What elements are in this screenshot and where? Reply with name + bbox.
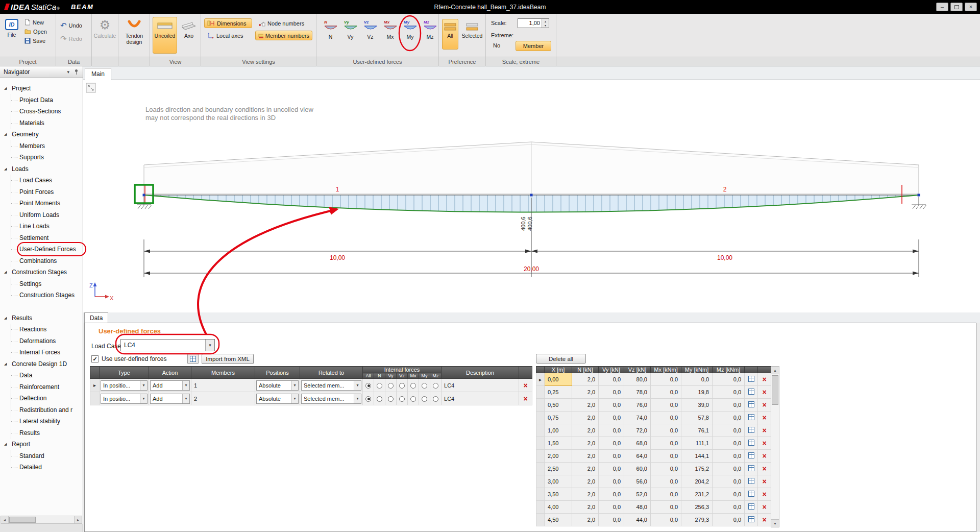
scale-spinner[interactable]: 1,00 ▴ ▾ [518, 18, 549, 28]
nav-item-results[interactable]: Results [19, 427, 83, 439]
delete-row-button[interactable]: × [758, 488, 771, 501]
value-cell[interactable]: 2,00 [545, 450, 572, 463]
nav-item-settlement[interactable]: Settlement [19, 232, 83, 244]
value-cell[interactable]: 0,25 [545, 386, 572, 399]
value-cell[interactable]: 111,1 [681, 437, 713, 450]
grid-tool-button[interactable] [187, 354, 199, 364]
action-dropdown[interactable]: Add▾ [150, 394, 190, 404]
scroll-down-icon[interactable]: ▼ [771, 519, 779, 527]
value-cell[interactable]: 3,00 [545, 475, 572, 488]
maximize-button[interactable] [950, 3, 963, 11]
value-cell[interactable]: 0,0 [713, 463, 745, 475]
value-cell[interactable]: 56,0 [624, 475, 651, 488]
tendon-design-button[interactable]: Tendon design [121, 16, 147, 62]
apply-row-button[interactable] [745, 437, 758, 450]
local-axes-toggle[interactable]: Local axes [204, 31, 252, 40]
preference-selected-button[interactable]: Selected [460, 19, 484, 50]
force-vy-button[interactable]: VyVy [341, 17, 359, 50]
nav-item-construction-stages[interactable]: ◢Construction Stages [4, 267, 83, 278]
members-cell[interactable]: 2 [191, 392, 255, 405]
positions-dropdown[interactable]: Absolute▾ [256, 394, 299, 404]
value-cell[interactable]: 0,0 [599, 412, 624, 424]
nav-item-results[interactable]: ◢Results [4, 312, 83, 324]
delete-row-button[interactable]: × [758, 412, 771, 424]
force-my-button[interactable]: MyMy [401, 17, 419, 50]
value-cell[interactable]: 0,0 [713, 450, 745, 463]
value-cell[interactable]: 0,0 [651, 463, 681, 475]
undo-button[interactable]: ↶ Undo [59, 21, 89, 30]
chevron-down-icon[interactable]: ▾ [140, 394, 147, 403]
radio-icon[interactable] [377, 383, 382, 389]
pin-icon[interactable] [74, 69, 79, 75]
values-row[interactable]: 2,502,00,060,00,0175,20,0× [536, 463, 771, 475]
radio-mz[interactable] [430, 392, 442, 405]
scrollbar-track[interactable] [36, 516, 74, 523]
value-cell[interactable]: 39,0 [681, 399, 713, 412]
value-cell[interactable]: 0,0 [713, 373, 745, 386]
value-cell[interactable]: 0,0 [651, 437, 681, 450]
node-right[interactable] [918, 194, 920, 197]
chevron-down-icon[interactable]: ▾ [291, 394, 298, 403]
value-cell[interactable]: 0,0 [599, 475, 624, 488]
delete-row-button[interactable]: × [758, 514, 771, 526]
force-def-row[interactable]: ▸In positio...▾Add▾1Absolute▾Selected me… [90, 379, 532, 392]
spin-up-icon[interactable]: ▴ [542, 19, 549, 23]
values-row[interactable]: 3,502,00,052,00,0231,20,0× [536, 488, 771, 501]
radio-icon[interactable] [422, 383, 427, 389]
radio-icon[interactable] [388, 383, 394, 389]
load-case-dropdown[interactable]: LC4 ▾ [120, 339, 215, 351]
chevron-down-icon[interactable]: ▾ [354, 381, 361, 390]
value-cell[interactable]: 2,0 [572, 450, 599, 463]
nav-item-report[interactable]: ◢Report [4, 439, 83, 450]
tab-data[interactable]: Data [84, 312, 108, 323]
radio-icon[interactable] [399, 396, 405, 402]
radio-n[interactable] [374, 379, 385, 392]
extreme-member-button[interactable]: Member [516, 41, 551, 51]
value-cell[interactable]: 2,0 [572, 386, 599, 399]
value-cell[interactable]: 0,0 [713, 514, 745, 526]
radio-icon[interactable] [410, 396, 416, 402]
value-cell[interactable]: 0,0 [599, 501, 624, 514]
value-cell[interactable]: 0,0 [651, 424, 681, 437]
chevron-down-icon[interactable]: ▾ [182, 394, 189, 403]
apply-row-button[interactable] [745, 399, 758, 412]
value-cell[interactable]: 2,0 [572, 373, 599, 386]
close-button[interactable]: × [965, 3, 977, 11]
apply-row-button[interactable] [745, 450, 758, 463]
nav-item-deformations[interactable]: Deformations [19, 335, 83, 347]
type-dropdown[interactable]: In positio...▾ [101, 380, 148, 391]
value-cell[interactable]: 0,0 [599, 463, 624, 475]
value-cell[interactable]: 2,0 [572, 501, 599, 514]
nav-item-detailed[interactable]: Detailed [19, 462, 83, 473]
preference-all-button[interactable]: All [442, 19, 458, 50]
apply-row-button[interactable] [745, 514, 758, 526]
value-cell[interactable]: 0,0 [651, 412, 681, 424]
calculate-button[interactable]: ⚙ Calculate [93, 16, 116, 62]
nav-item-internal-forces[interactable]: Internal Forces [19, 347, 83, 358]
radio-vz[interactable] [397, 392, 408, 405]
values-vscrollbar[interactable]: ▲ ▼ [771, 366, 779, 527]
value-cell[interactable]: 2,0 [572, 399, 599, 412]
values-row[interactable]: 0,252,00,078,00,019,80,0× [536, 386, 771, 399]
delete-row-button[interactable]: × [758, 386, 771, 399]
radio-vy[interactable] [385, 379, 397, 392]
scrollbar-thumb[interactable] [772, 375, 778, 405]
nav-item-project[interactable]: ◢Project [4, 83, 83, 94]
nav-item-user-defined-forces[interactable]: User-Defined Forces [19, 244, 83, 255]
node-numbers-toggle[interactable]: Node numbers [255, 18, 312, 28]
value-cell[interactable]: 175,2 [681, 463, 713, 475]
nav-item-members[interactable]: Members [19, 140, 83, 152]
value-cell[interactable]: 2,0 [572, 424, 599, 437]
values-row[interactable]: 3,002,00,056,00,0204,20,0× [536, 475, 771, 488]
file-button[interactable]: ID File [3, 16, 21, 57]
scrollbar-thumb[interactable] [9, 517, 36, 523]
value-cell[interactable]: 0,50 [545, 399, 572, 412]
expander-icon[interactable]: ◢ [4, 362, 12, 366]
extreme-value[interactable]: No [493, 42, 500, 49]
related-to-dropdown[interactable]: Selected mem...▾ [301, 394, 361, 404]
action-dropdown[interactable]: Add▾ [150, 380, 190, 391]
type-dropdown[interactable]: In positio...▾ [101, 394, 148, 404]
value-cell[interactable]: 0,0 [599, 514, 624, 526]
value-cell[interactable]: 0,0 [651, 373, 681, 386]
nav-item-supports[interactable]: Supports [19, 152, 83, 163]
